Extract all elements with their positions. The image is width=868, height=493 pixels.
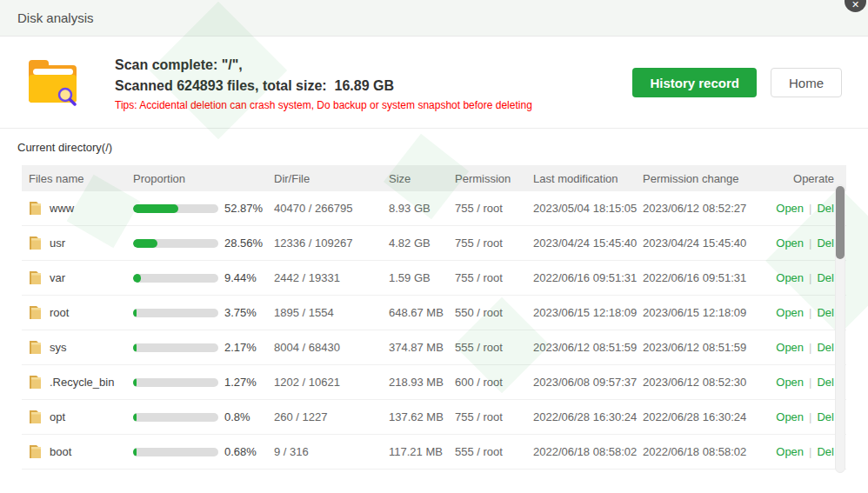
del-link[interactable]: Del bbox=[817, 445, 834, 458]
current-directory-label: Current directory(/) bbox=[17, 141, 112, 154]
open-link[interactable]: Open bbox=[776, 445, 804, 458]
file-size: 374.87 MB bbox=[384, 341, 450, 354]
permission: 755 / root bbox=[450, 271, 530, 284]
table-row: var 9.44% 2442 / 19331 1.59 GB 755 / roo… bbox=[22, 261, 846, 296]
permission-change: 2023/06/12 08:52:27 bbox=[639, 202, 752, 215]
file-name[interactable]: www bbox=[50, 202, 74, 215]
home-button[interactable]: Home bbox=[771, 68, 842, 97]
del-link[interactable]: Del bbox=[817, 410, 834, 423]
dir-file-count: 9 / 316 bbox=[269, 445, 384, 458]
file-size: 4.82 GB bbox=[384, 237, 450, 250]
table-scrollbar-thumb[interactable] bbox=[836, 186, 845, 259]
open-link[interactable]: Open bbox=[776, 306, 804, 319]
dir-file-count: 40470 / 266795 bbox=[269, 202, 384, 215]
proportion-bar bbox=[133, 413, 218, 422]
del-link[interactable]: Del bbox=[817, 237, 834, 250]
table-header-row: Files nameProportionDir/FileSizePermissi… bbox=[22, 165, 846, 191]
dir-file-count: 12336 / 109267 bbox=[269, 237, 384, 250]
del-link[interactable]: Del bbox=[817, 202, 834, 215]
header-buttons: History record Home bbox=[632, 68, 842, 97]
dir-file-count: 2442 / 19331 bbox=[269, 271, 384, 284]
operate-cell: Open|Del bbox=[752, 445, 846, 458]
history-record-button[interactable]: History record bbox=[632, 68, 757, 97]
last-modification: 2023/06/08 09:57:37 bbox=[530, 376, 639, 389]
open-link[interactable]: Open bbox=[776, 237, 804, 250]
table-row: boot 0.68% 9 / 316 117.21 MB 555 / root … bbox=[22, 435, 846, 470]
table-body: www 52.87% 40470 / 266795 8.93 GB 755 / … bbox=[22, 191, 846, 470]
open-link[interactable]: Open bbox=[776, 341, 804, 354]
permission-change: 2023/04/24 15:45:40 bbox=[639, 237, 752, 250]
proportion-bar bbox=[133, 309, 218, 317]
file-name[interactable]: var bbox=[50, 271, 65, 284]
scan-summary-section: Scan complete: "/", Scanned 624893 files… bbox=[0, 37, 868, 129]
table-row: www 52.87% 40470 / 266795 8.93 GB 755 / … bbox=[22, 191, 846, 226]
operate-separator: | bbox=[809, 341, 811, 354]
file-size: 8.93 GB bbox=[384, 202, 450, 215]
permission: 550 / root bbox=[450, 306, 530, 319]
folder-icon bbox=[29, 409, 42, 426]
proportion-value: 0.8% bbox=[224, 410, 250, 423]
proportion-bar-fill bbox=[133, 309, 137, 317]
permission: 755 / root bbox=[450, 237, 530, 250]
permission: 600 / root bbox=[450, 376, 530, 389]
column-header-permission: Permission bbox=[450, 172, 530, 185]
operate-separator: | bbox=[809, 237, 811, 250]
open-link[interactable]: Open bbox=[776, 202, 804, 215]
last-modification: 2023/04/24 15:45:40 bbox=[530, 237, 639, 250]
column-header-dir-file: Dir/File bbox=[269, 172, 384, 185]
proportion-bar-fill bbox=[133, 413, 137, 422]
permission: 755 / root bbox=[450, 202, 530, 215]
operate-separator: | bbox=[809, 445, 811, 458]
dir-file-count: 1202 / 10621 bbox=[269, 376, 384, 389]
proportion-value: 28.56% bbox=[224, 237, 263, 250]
proportion-bar-fill bbox=[133, 239, 157, 248]
del-link[interactable]: Del bbox=[817, 271, 834, 284]
del-link[interactable]: Del bbox=[817, 341, 834, 354]
file-size: 117.21 MB bbox=[384, 445, 450, 458]
file-name[interactable]: .Recycle_bin bbox=[50, 376, 114, 389]
files-table: Files nameProportionDir/FileSizePermissi… bbox=[22, 165, 846, 470]
scan-stats-line: Scanned 624893 files, total size: 16.89 … bbox=[115, 76, 632, 97]
close-glyph: ✕ bbox=[851, 0, 859, 10]
column-header-size: Size bbox=[384, 172, 450, 185]
column-header-files-name: Files name bbox=[22, 172, 126, 185]
folder-icon bbox=[29, 374, 42, 391]
file-size: 218.93 MB bbox=[384, 376, 450, 389]
proportion-bar-fill bbox=[133, 343, 137, 352]
folder-icon bbox=[29, 443, 42, 461]
file-name[interactable]: root bbox=[50, 306, 69, 319]
table-row: .Recycle_bin 1.27% 1202 / 10621 218.93 M… bbox=[22, 365, 846, 400]
folder-icon bbox=[29, 270, 42, 287]
del-link[interactable]: Del bbox=[817, 306, 834, 319]
file-name[interactable]: usr bbox=[50, 237, 65, 250]
folder-icon bbox=[29, 339, 42, 356]
permission: 555 / root bbox=[450, 341, 530, 354]
dir-file-count: 8004 / 68430 bbox=[269, 341, 384, 354]
file-name[interactable]: sys bbox=[50, 341, 67, 354]
folder-icon bbox=[29, 304, 42, 322]
file-name[interactable]: boot bbox=[50, 445, 71, 458]
proportion-value: 1.27% bbox=[224, 376, 257, 389]
proportion-bar bbox=[133, 378, 218, 387]
folder-search-icon bbox=[26, 57, 80, 110]
column-header-last-modification: Last modification bbox=[530, 172, 639, 185]
permission-change: 2022/06/18 08:58:02 bbox=[639, 445, 752, 458]
table-scrollbar-track[interactable] bbox=[835, 184, 845, 473]
window-titlebar: Disk analysis bbox=[0, 0, 868, 37]
last-modification: 2022/06/16 09:51:31 bbox=[530, 271, 639, 284]
proportion-bar bbox=[133, 448, 218, 456]
table-row: opt 0.8% 260 / 1227 137.62 MB 755 / root… bbox=[22, 400, 846, 435]
proportion-bar bbox=[133, 239, 218, 248]
file-name[interactable]: opt bbox=[50, 410, 65, 423]
dir-file-count: 260 / 1227 bbox=[269, 410, 384, 423]
del-link[interactable]: Del bbox=[817, 376, 834, 389]
column-header-proportion: Proportion bbox=[126, 172, 269, 185]
last-modification: 2023/06/12 08:51:59 bbox=[530, 341, 639, 354]
folder-icon bbox=[29, 200, 42, 217]
open-link[interactable]: Open bbox=[776, 271, 804, 284]
proportion-value: 9.44% bbox=[224, 271, 257, 284]
proportion-bar bbox=[133, 343, 218, 352]
proportion-value: 3.75% bbox=[224, 306, 257, 319]
open-link[interactable]: Open bbox=[776, 410, 804, 423]
open-link[interactable]: Open bbox=[776, 376, 804, 389]
